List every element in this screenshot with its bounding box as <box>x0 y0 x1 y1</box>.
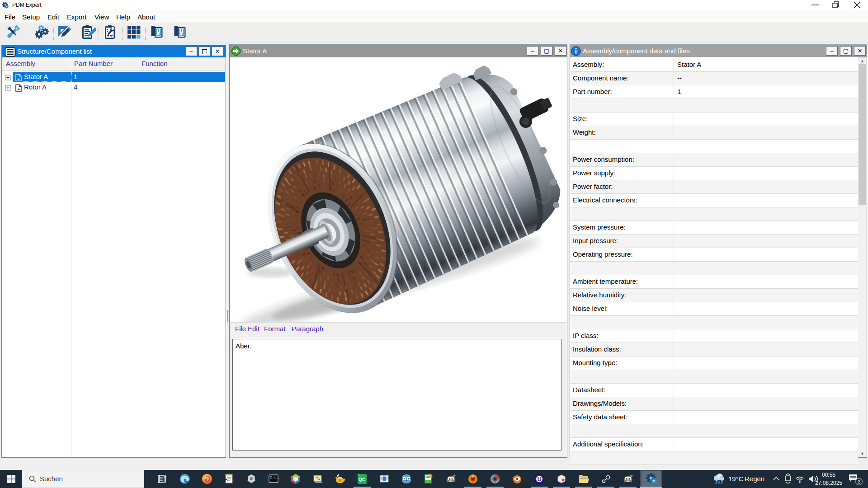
svg-text:U: U <box>538 476 542 483</box>
svg-text:C:\_: C:\_ <box>270 476 278 479</box>
svg-text:λ: λ <box>250 477 252 481</box>
svg-text:QC: QC <box>359 477 365 482</box>
svg-text:2: 2 <box>858 479 861 484</box>
